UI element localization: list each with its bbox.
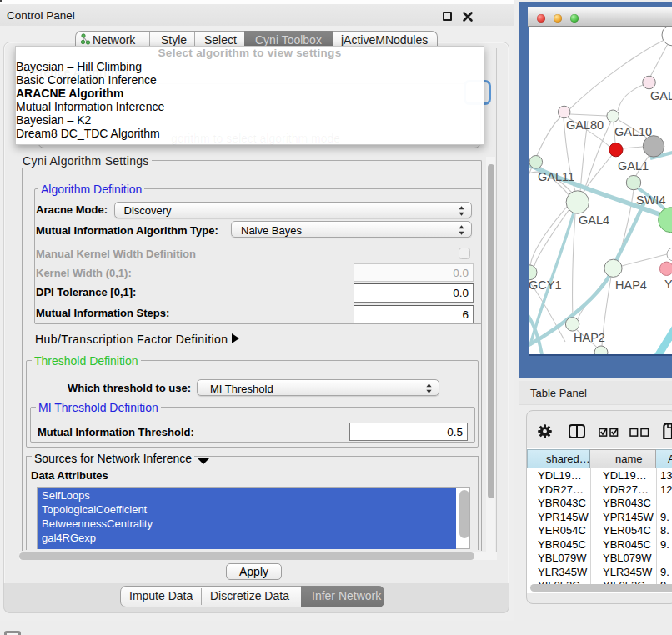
svg-text:HAP2: HAP2 xyxy=(574,331,605,344)
svg-text:GAL1: GAL1 xyxy=(618,159,649,172)
svg-text:HAP4: HAP4 xyxy=(615,278,647,292)
svg-text:GCY1: GCY1 xyxy=(529,278,562,292)
svg-text:GAL80: GAL80 xyxy=(566,118,604,132)
svg-text:GAL7: GAL7 xyxy=(650,89,672,102)
svg-text:GAL10: GAL10 xyxy=(614,125,652,138)
svg-text:GAL11: GAL11 xyxy=(538,170,574,183)
svg-text:Y: Y xyxy=(664,278,672,291)
svg-text:GAL4: GAL4 xyxy=(579,213,609,227)
svg-text:SWI4: SWI4 xyxy=(636,193,665,207)
